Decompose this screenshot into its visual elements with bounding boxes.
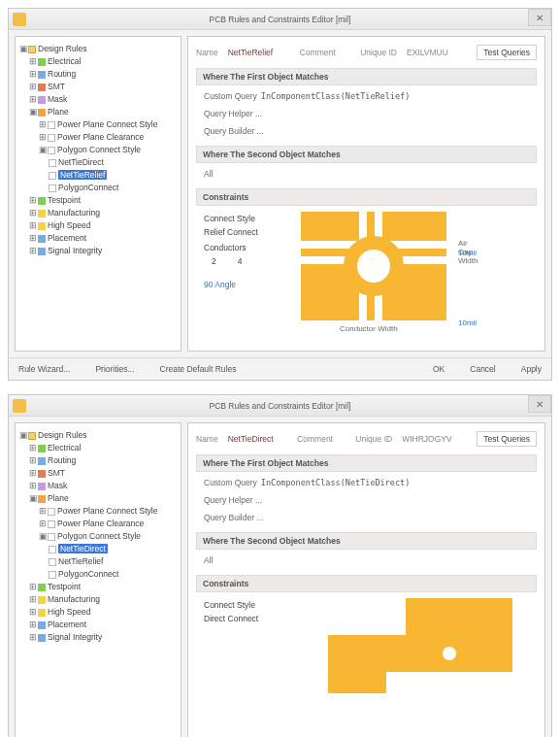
query-helper-button[interactable]: Query Helper ... [204,109,535,118]
tree-plane[interactable]: Plane [48,493,69,503]
airgap-value[interactable]: 10mil [458,249,477,257]
name-label: Name [196,48,218,57]
tree-signal[interactable]: Signal Integrity [48,632,102,642]
tree-signal[interactable]: Signal Integrity [48,246,102,255]
dialog-footer: Rule Wizard... Priorities... Create Defa… [9,357,551,380]
rule-properties-panel: Name NetTieDirect Comment Unique ID WIHR… [187,422,545,737]
connect-style-value[interactable]: Direct Connect [204,612,293,625]
tree-electrical[interactable]: Electrical [48,443,81,452]
tree-manufacturing[interactable]: Manufacturing [48,208,100,218]
apply-button[interactable]: Apply [521,364,542,374]
rule-wizard-button[interactable]: Rule Wizard... [18,364,70,374]
priorities-button[interactable]: Priorities... [95,364,134,374]
rules-tree[interactable]: ▣Design Rules ⊞Electrical ⊞Routing ⊞SMT … [15,422,181,737]
tree-testpoint[interactable]: Testpoint [48,195,81,205]
tree-polygonconnect[interactable]: PolygonConnect [58,183,118,192]
tree-electrical[interactable]: Electrical [48,56,81,66]
section-where-first: Where The First Object Matches [196,68,537,85]
tree-root[interactable]: Design Rules [38,44,87,53]
rule-properties-panel: Name NetTieRelief Comment Unique ID EXIL… [187,36,545,352]
tree-highspeed[interactable]: High Speed [48,220,90,230]
custom-query-value[interactable]: InComponentClass(NetTieDirect) [261,478,411,487]
app-icon [13,399,26,413]
query-builder-button[interactable]: Query Builder ... [204,126,535,136]
titlebar[interactable]: PCB Rules and Constraints Editor [mil] ?… [9,9,551,30]
tree-manufacturing[interactable]: Manufacturing [48,594,100,604]
collapse-icon[interactable]: ▣ [19,43,27,55]
tree-placement[interactable]: Placement [48,620,86,629]
window-title: PCB Rules and Constraints Editor [mil] [32,15,528,24]
name-label: Name [196,434,218,444]
comment-label: Comment [297,434,333,444]
uniqueid-label: Unique ID [355,434,392,444]
rule-name-field[interactable]: NetTieRelief [228,48,273,57]
scope-all[interactable]: All [204,169,213,179]
section-constraints: Constraints [196,188,537,206]
tree-mask[interactable]: Mask [48,94,67,104]
section-where-second: Where The Second Object Matches [196,532,537,550]
tree-mask[interactable]: Mask [48,481,67,490]
section-where-second: Where The Second Object Matches [196,146,537,163]
rules-editor-window-relief: PCB Rules and Constraints Editor [mil] ?… [8,8,552,381]
tree-pcs[interactable]: Polygon Connect Style [57,531,141,541]
tree-smt[interactable]: SMT [48,468,65,478]
test-queries-button[interactable]: Test Queries [477,45,537,60]
tree-pcs[interactable]: Polygon Connect Style [57,145,141,154]
tree-plane[interactable]: Plane [48,107,69,117]
rules-editor-window-direct: PCB Rules and Constraints Editor [mil] ?… [8,394,552,737]
angle-value[interactable]: 90 Angle [204,278,293,291]
tree-highspeed[interactable]: High Speed [48,607,90,617]
tree-polygonconnect[interactable]: PolygonConnect [58,569,118,579]
relief-connect-diagram: Air Gap Width 10mil Conductor Width 10mi… [301,212,446,320]
tree-routing[interactable]: Routing [48,455,76,465]
tree-nettierelief-selected[interactable]: NetTieRelief [58,170,107,180]
tree-ppcs[interactable]: Power Plane Connect Style [57,119,157,129]
tree-ppcl[interactable]: Power Plane Clearance [57,519,144,528]
query-helper-button[interactable]: Query Helper ... [204,495,535,505]
tree-nettiedirect-selected[interactable]: NetTieDirect [58,544,108,553]
tree-smt[interactable]: SMT [48,82,65,91]
connect-style-label: Connect Style [204,598,293,612]
close-icon[interactable]: ✕ [528,395,551,413]
window-title: PCB Rules and Constraints Editor [mil] [32,401,528,411]
direct-connect-diagram [328,598,512,695]
section-constraints: Constraints [196,575,537,592]
tree-testpoint[interactable]: Testpoint [48,582,81,591]
ok-button[interactable]: OK [433,364,445,374]
custom-query-label[interactable]: Custom Query [204,478,257,487]
cancel-button[interactable]: Cancel [470,364,495,374]
rules-tree[interactable]: ▣Design Rules ⊞Electrical ⊞Routing ⊞SMT … [15,36,181,352]
condwidth-value[interactable]: 10mil [458,318,477,327]
close-icon[interactable]: ✕ [528,9,551,26]
custom-query-value[interactable]: InComponentClass(NetTieRelief) [261,91,411,101]
connect-style-value[interactable]: Relief Connect [204,225,293,239]
create-default-rules-button[interactable]: Create Default Rules [160,364,237,374]
uniqueid-label: Unique ID [360,48,397,57]
tree-root[interactable]: Design Rules [38,430,87,440]
titlebar[interactable]: PCB Rules and Constraints Editor [mil] ?… [9,395,551,417]
uniqueid-value: WIHRJOGYV [402,434,451,444]
tree-nettiedirect[interactable]: NetTieDirect [58,157,104,167]
tree-nettierelief[interactable]: NetTieRelief [58,556,103,566]
query-builder-button[interactable]: Query Builder ... [204,513,535,522]
conductors-option-4[interactable]: 4 [238,254,243,268]
connect-style-label: Connect Style [204,212,293,225]
tree-placement[interactable]: Placement [48,233,86,243]
comment-label: Comment [300,48,336,57]
tree-ppcs[interactable]: Power Plane Connect Style [57,506,157,516]
rule-name-field[interactable]: NetTieDirect [228,434,274,444]
tree-routing[interactable]: Routing [48,69,76,79]
app-icon [13,13,26,26]
section-where-first: Where The First Object Matches [196,454,537,472]
conductors-label: Conductors [204,241,293,254]
conductors-option-2[interactable]: 2 [212,254,216,268]
custom-query-label[interactable]: Custom Query [204,91,257,101]
tree-ppcl[interactable]: Power Plane Clearance [57,132,144,142]
test-queries-button[interactable]: Test Queries [477,431,537,447]
condwidth-label: Conductor Width [340,324,398,333]
scope-all[interactable]: All [204,555,213,565]
uniqueid-value: EXILVMUU [407,48,448,57]
